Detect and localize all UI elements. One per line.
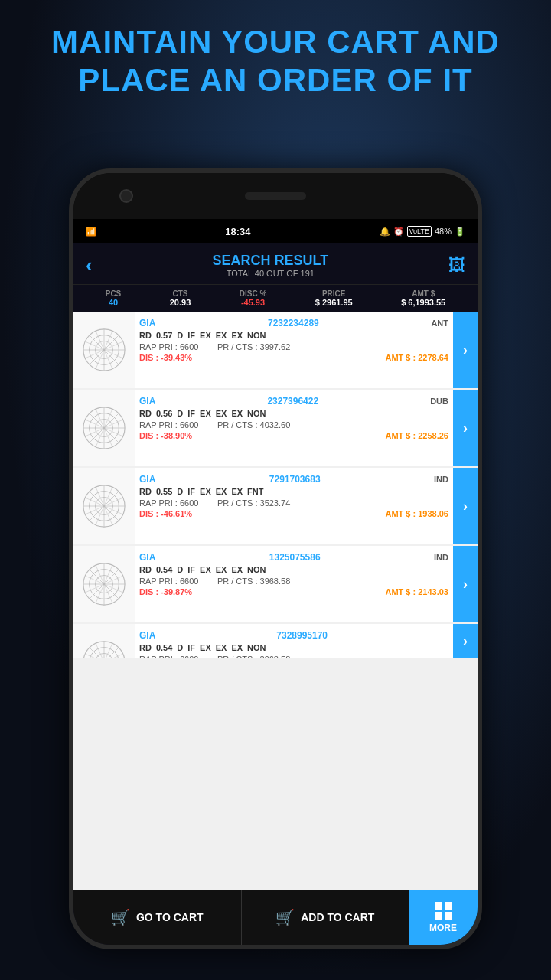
carat: 0.54 bbox=[156, 643, 172, 652]
app-screen: ‹ SEARCH RESULT TOTAL 40 OUT OF 191 🖼 PC… bbox=[73, 243, 478, 945]
status-bar: 📶 18:34 🔔 ⏰ VoLTE 48% 🔋 bbox=[73, 219, 478, 243]
grid-icon bbox=[435, 902, 452, 920]
color: D bbox=[177, 487, 183, 496]
shape: RD bbox=[139, 331, 152, 340]
phone-notch bbox=[73, 173, 478, 219]
gallery-icon[interactable]: 🖼 bbox=[448, 256, 465, 276]
price-row: RAP PRI : 6600 PR / CTS : 3968.58 bbox=[139, 577, 448, 586]
location-badge: IND bbox=[434, 553, 448, 562]
cut: EX bbox=[200, 565, 211, 574]
diamond-card[interactable]: GIA 2327396422 DUB RD 0.56 D IF EX EX EX… bbox=[73, 390, 478, 466]
diamond-info: GIA 7232234289 ANT RD 0.57 D IF EX EX EX… bbox=[135, 312, 453, 388]
symmetry: EX bbox=[231, 331, 243, 340]
clarity: IF bbox=[187, 331, 195, 340]
add-cart-icon: 🛒 bbox=[276, 908, 295, 926]
diamond-thumbnail bbox=[73, 546, 135, 622]
discount-row: DIS : -38.90% AMT $ : 2258.26 bbox=[139, 431, 448, 440]
specs-row: RD 0.57 D IF EX EX EX NON bbox=[139, 331, 448, 340]
color: D bbox=[177, 409, 183, 418]
symmetry: EX bbox=[231, 409, 243, 418]
camera bbox=[119, 189, 133, 203]
fluorescence: FNT bbox=[247, 487, 263, 496]
specs-row: RD 0.54 D IF EX EX EX NON bbox=[139, 643, 448, 652]
cert-label: GIA bbox=[139, 552, 155, 563]
carat: 0.56 bbox=[156, 409, 172, 418]
location-badge: IND bbox=[434, 475, 448, 484]
location-badge: ANT bbox=[431, 318, 448, 328]
diamond-card[interactable]: GIA 1325075586 IND RD 0.54 D IF EX EX EX… bbox=[73, 546, 478, 622]
detail-arrow-button[interactable]: › bbox=[453, 312, 478, 388]
fluorescence: NON bbox=[247, 331, 266, 340]
add-to-cart-button[interactable]: 🛒 ADD TO CART bbox=[242, 890, 409, 945]
polish: EX bbox=[216, 331, 227, 340]
go-to-cart-button[interactable]: 🛒 GO TO CART bbox=[73, 890, 242, 945]
clarity: IF bbox=[187, 487, 195, 496]
amt-col: AMT $ $ 6,1993.55 bbox=[401, 289, 445, 307]
diamond-info: GIA 1325075586 IND RD 0.54 D IF EX EX EX… bbox=[135, 546, 453, 622]
carat: 0.54 bbox=[156, 565, 172, 574]
cert-id: 7291703683 bbox=[269, 474, 321, 485]
diamond-thumbnail bbox=[73, 390, 135, 466]
clarity: IF bbox=[187, 409, 195, 418]
discount-value: DIS : -39.87% bbox=[139, 587, 192, 596]
detail-arrow-button[interactable]: › bbox=[453, 468, 478, 544]
carat: 0.57 bbox=[156, 331, 172, 340]
shape: RD bbox=[139, 565, 152, 574]
discount-row: DIS : -46.61% AMT $ : 1938.06 bbox=[139, 509, 448, 518]
detail-arrow-button[interactable]: › bbox=[453, 624, 478, 658]
card-header-row: GIA 7232234289 ANT bbox=[139, 318, 448, 328]
symmetry: EX bbox=[231, 565, 243, 574]
discount-row: DIS : -39.87% AMT $ : 2143.03 bbox=[139, 587, 448, 596]
nav-title: SEARCH RESULT TOTAL 40 OUT OF 191 bbox=[212, 253, 328, 278]
symmetry: EX bbox=[231, 643, 243, 652]
diamond-card[interactable]: GIA 7328995170 RD 0.54 D IF EX EX EX NON… bbox=[73, 624, 478, 658]
specs-row: RD 0.56 D IF EX EX EX NON bbox=[139, 409, 448, 418]
cert-id: 1325075586 bbox=[269, 552, 321, 563]
search-result-title: SEARCH RESULT bbox=[212, 253, 328, 269]
volte-badge: VoLTE bbox=[407, 226, 432, 237]
fluorescence: NON bbox=[247, 409, 266, 418]
cert-id: 7232234289 bbox=[268, 318, 319, 328]
result-count: TOTAL 40 OUT OF 191 bbox=[212, 269, 328, 278]
cut: EX bbox=[200, 409, 211, 418]
card-header-row: GIA 7291703683 IND bbox=[139, 474, 448, 485]
notification-icon: 🔔 bbox=[380, 227, 390, 237]
signal-icon: 📶 bbox=[86, 227, 96, 237]
diamond-card[interactable]: GIA 7232234289 ANT RD 0.57 D IF EX EX EX… bbox=[73, 312, 478, 388]
price-col: PRICE $ 2961.95 bbox=[315, 289, 353, 307]
carat: 0.55 bbox=[156, 487, 172, 496]
color: D bbox=[177, 331, 183, 340]
cts-col: CTS 20.93 bbox=[170, 289, 191, 307]
fluorescence: NON bbox=[247, 565, 266, 574]
price-row: RAP PRI : 6600 PR / CTS : 3968.58 bbox=[139, 655, 448, 658]
detail-arrow-button[interactable]: › bbox=[453, 390, 478, 466]
diamond-info: GIA 7328995170 RD 0.54 D IF EX EX EX NON… bbox=[135, 624, 453, 658]
page-header: MAINTAIN YOUR CART AND PLACE AN ORDER OF… bbox=[0, 0, 551, 116]
color: D bbox=[177, 565, 183, 574]
card-header-row: GIA 1325075586 IND bbox=[139, 552, 448, 563]
back-button[interactable]: ‹ bbox=[86, 253, 93, 277]
alarm-icon: ⏰ bbox=[393, 227, 404, 237]
price-row: RAP PRI : 6600 PR / CTS : 3523.74 bbox=[139, 498, 448, 508]
cert-label: GIA bbox=[139, 630, 155, 641]
amt-value: AMT $ : 2143.03 bbox=[385, 587, 448, 596]
cut: EX bbox=[200, 643, 211, 652]
cut: EX bbox=[200, 331, 211, 340]
go-to-cart-label: GO TO CART bbox=[136, 911, 204, 923]
shape: RD bbox=[139, 409, 152, 418]
location-badge: DUB bbox=[430, 397, 448, 406]
discount-row: DIS : -39.43% AMT $ : 2278.64 bbox=[139, 353, 448, 362]
nav-bar: ‹ SEARCH RESULT TOTAL 40 OUT OF 191 🖼 bbox=[73, 243, 478, 284]
cut: EX bbox=[200, 487, 211, 496]
cert-label: GIA bbox=[139, 318, 155, 328]
more-label: MORE bbox=[429, 923, 457, 933]
clarity: IF bbox=[187, 643, 195, 652]
cert-label: GIA bbox=[139, 474, 155, 485]
detail-arrow-button[interactable]: › bbox=[453, 546, 478, 622]
phone-shell: 📶 18:34 🔔 ⏰ VoLTE 48% 🔋 ‹ SEARCH RESULT … bbox=[69, 168, 482, 949]
speaker bbox=[245, 192, 306, 200]
more-button[interactable]: MORE bbox=[409, 890, 478, 945]
diamond-card[interactable]: GIA 7291703683 IND RD 0.55 D IF EX EX EX… bbox=[73, 468, 478, 544]
symmetry: EX bbox=[231, 487, 243, 496]
disc-col: DISC % -45.93 bbox=[240, 289, 267, 307]
